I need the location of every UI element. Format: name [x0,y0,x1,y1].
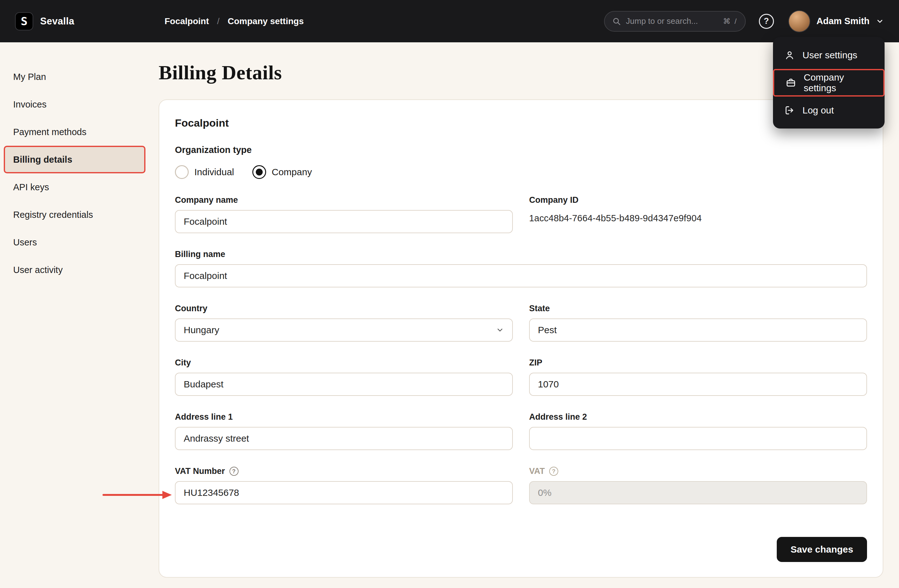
brand[interactable]: S Sevalla [15,12,74,31]
field-vat-number: VAT Number ? [175,466,513,504]
field-address-line-2: Address line 2 [529,412,867,450]
menu-item-label: Company settings [804,72,872,93]
address-line-2-label: Address line 2 [529,412,867,422]
brand-name: Sevalla [40,15,74,27]
avatar [788,10,810,32]
menu-item-label: Log out [802,105,834,116]
logout-icon [784,105,795,116]
company-name-input[interactable] [175,210,513,233]
organization-type-group: Individual Company [175,165,867,179]
sidebar-item-billing-details[interactable]: Billing details [4,146,145,173]
zip-label: ZIP [529,358,867,368]
vat-number-label-text: VAT Number [175,466,225,476]
field-address-line-1: Address line 1 [175,412,513,450]
radio-label: Individual [195,167,234,177]
user-icon [784,50,795,60]
sidebar-item-users[interactable]: Users [4,228,145,256]
vat-number-label: VAT Number ? [175,466,513,476]
settings-sidebar: My Plan Invoices Payment methods Billing… [0,42,149,588]
help-button[interactable]: ? [759,14,774,29]
breadcrumb-page[interactable]: Company settings [227,16,304,26]
organization-type-label: Organization type [175,145,867,155]
vat-input [529,481,867,504]
radio-circle-company[interactable] [252,165,266,179]
field-company-id: Company ID 1acc48b4-7664-4b55-b489-9d434… [529,195,867,233]
sidebar-item-user-activity[interactable]: User activity [4,256,145,284]
sidebar-item-registry-credentials[interactable]: Registry credentials [4,201,145,228]
address-line-2-input[interactable] [529,427,867,450]
sidebar-item-api-keys[interactable]: API keys [4,173,145,201]
menu-item-label: User settings [802,50,857,60]
field-company-name: Company name [175,195,513,233]
menu-item-user-settings[interactable]: User settings [777,42,880,69]
billing-name-label: Billing name [175,250,867,259]
sidebar-item-payment-methods[interactable]: Payment methods [4,118,145,146]
vat-number-input[interactable] [175,481,513,504]
radio-circle-individual[interactable] [175,165,189,179]
city-label: City [175,358,513,368]
radio-individual[interactable]: Individual [175,165,234,179]
address-line-1-input[interactable] [175,427,513,450]
topbar: S Sevalla Focalpoint / Company settings … [0,0,899,42]
field-vat: VAT ? [529,466,867,504]
field-billing-name: Billing name [175,250,867,287]
sidebar-item-invoices[interactable]: Invoices [4,91,145,118]
breadcrumb-project[interactable]: Focalpoint [165,16,209,26]
country-select[interactable]: Hungary [175,318,513,342]
vat-help-icon[interactable]: ? [549,467,558,476]
radio-label: Company [272,167,312,177]
search-icon [612,17,621,26]
field-country: Country Hungary [175,304,513,342]
billing-name-input[interactable] [175,264,867,287]
vat-number-help-icon[interactable]: ? [229,467,239,476]
radio-company[interactable]: Company [252,165,312,179]
field-state: State [529,304,867,342]
field-zip: ZIP [529,358,867,396]
city-input[interactable] [175,373,513,396]
sidebar-item-my-plan[interactable]: My Plan [4,63,145,91]
company-title: Focalpoint [175,117,867,129]
user-menu-trigger[interactable]: Adam Smith [788,10,884,32]
company-name-label: Company name [175,195,513,205]
company-id-label: Company ID [529,195,867,205]
global-search[interactable]: ⌘ / [604,11,746,32]
company-id-value: 1acc48b4-7664-4b55-b489-9d4347e9f904 [529,213,867,224]
billing-details-card: Focalpoint Organization type Individual … [159,99,884,578]
zip-input[interactable] [529,373,867,396]
chevron-down-icon [876,17,884,25]
save-changes-button[interactable]: Save changes [777,537,867,562]
menu-item-company-settings[interactable]: Company settings [773,69,885,97]
user-name: Adam Smith [817,16,870,26]
search-shortcut-badge: ⌘ / [723,17,737,26]
breadcrumb-separator: / [217,16,220,26]
annotation-arrow [102,489,172,502]
field-city: City [175,358,513,396]
chevron-down-icon [496,326,504,334]
country-selected-value: Hungary [184,325,219,335]
vat-label-text: VAT [529,466,545,476]
state-input[interactable] [529,318,867,342]
user-dropdown-menu: User settings Company settings Log out [773,37,885,128]
search-input[interactable] [626,16,718,26]
vat-label: VAT ? [529,466,867,476]
address-line-1-label: Address line 1 [175,412,513,422]
country-label: Country [175,304,513,313]
briefcase-icon [786,77,796,88]
sevalla-logo-icon: S [15,12,33,31]
breadcrumb: Focalpoint / Company settings [165,16,304,26]
state-label: State [529,304,867,313]
menu-item-log-out[interactable]: Log out [777,97,880,124]
